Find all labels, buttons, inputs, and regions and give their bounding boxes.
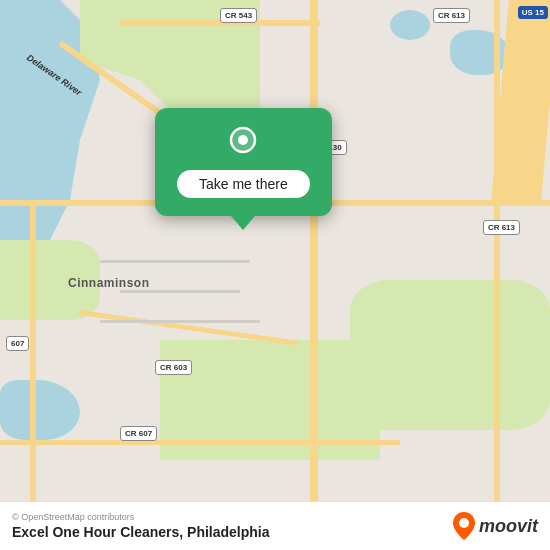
badge-cr613-mid: CR 613	[483, 220, 520, 235]
road-cr607-horizontal	[0, 440, 400, 445]
road-cr607-vertical	[30, 200, 36, 550]
green-area3	[350, 280, 550, 430]
lake2	[390, 10, 430, 40]
moovit-pin-icon	[453, 512, 475, 540]
badge-cr603: CR 603	[155, 360, 192, 375]
popup-bubble: Take me there	[155, 108, 332, 216]
location-pin-icon	[225, 126, 261, 162]
take-me-there-button[interactable]: Take me there	[177, 170, 310, 198]
road-us130	[310, 0, 318, 550]
city-label-cinnaminson: Cinnaminson	[68, 276, 150, 290]
location-title: Excel One Hour Cleaners, Philadelphia	[12, 524, 270, 540]
badge-cr613-top: CR 613	[433, 8, 470, 23]
badge-cr607-bottom: CR 607	[120, 426, 157, 441]
road-cr613-vertical	[494, 0, 500, 550]
lake1	[450, 30, 510, 75]
bottom-bar: © OpenStreetMap contributors Excel One H…	[0, 501, 550, 550]
bottom-left-info: © OpenStreetMap contributors Excel One H…	[12, 512, 270, 540]
street2	[120, 290, 240, 293]
street1	[100, 260, 250, 263]
moovit-text: moovit	[479, 516, 538, 537]
badge-cr607-left: 607	[6, 336, 29, 351]
copyright-text: © OpenStreetMap contributors	[12, 512, 270, 522]
moovit-logo: moovit	[453, 512, 538, 540]
badge-cr543: CR 543	[220, 8, 257, 23]
map-container: CR 543 CR 613 CR 613 US 130 US 15 607 CR…	[0, 0, 550, 550]
badge-us15: US 15	[518, 6, 548, 19]
svg-point-2	[459, 518, 469, 528]
street3	[100, 320, 260, 323]
location-popup: Take me there	[155, 108, 332, 216]
svg-point-1	[238, 135, 248, 145]
creek	[0, 380, 80, 440]
